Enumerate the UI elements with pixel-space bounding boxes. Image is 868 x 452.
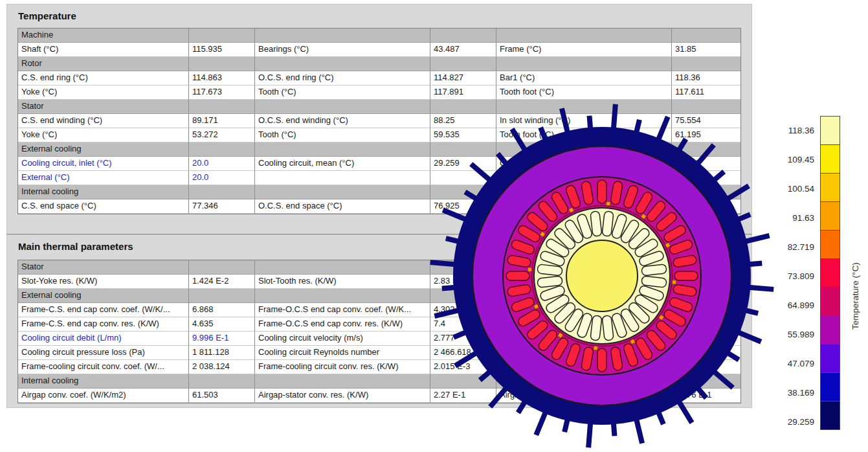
colorbar-tick-label: 29.259 (762, 416, 814, 428)
parameter-value-cell: 31.85 (672, 43, 740, 57)
parameter-label-cell: Yoke (°C) (18, 85, 189, 100)
colorbar-block (820, 401, 840, 430)
parameter-label-cell: C.S. end ring (°C) (18, 71, 189, 85)
parameter-label-cell: Frame (°C) (496, 43, 672, 57)
section-header-cell (255, 289, 430, 303)
colorbar-axis-label: Temperature (°C) (851, 227, 860, 365)
section-header-cell (189, 260, 255, 275)
parameter-value-cell: 1 811.128 (189, 346, 255, 360)
section-header-cell (255, 260, 430, 275)
section-header-cell (189, 100, 255, 114)
section-header-cell (430, 57, 496, 71)
slot-wedge-dot (594, 346, 598, 350)
section-header-cell: Internal cooling (18, 185, 189, 199)
parameter-label-cell: Shaft (°C) (18, 43, 189, 57)
parameter-label-cell: Airgap conv. coef. (W/K/m2) (18, 389, 189, 403)
parameter-label-cell: Cooling circuit, mean (°C) (255, 157, 430, 171)
parameter-label-cell: Cooling circuit, inlet (°C) (18, 157, 189, 171)
colorbar-block (820, 287, 840, 316)
parameter-value-cell: 117.891 (430, 85, 496, 100)
colorbar-tick-label: 109.45 (762, 154, 814, 166)
section-header-cell (189, 57, 255, 71)
section-header-cell: Rotor (18, 57, 189, 71)
parameter-value-cell: 9.996 E-1 (189, 332, 255, 346)
section-header-cell (430, 28, 496, 43)
section-header-cell (672, 28, 740, 43)
colorbar-block (820, 173, 840, 202)
colorbar-block (820, 315, 840, 345)
parameter-label-cell (255, 171, 430, 185)
parameter-value-cell: 1.424 E-2 (189, 275, 255, 289)
parameter-label-cell: O.C.S. end space (°C) (255, 199, 430, 214)
parameter-value-cell: 117.611 (672, 85, 740, 100)
parameter-label-cell: External (°C) (18, 171, 189, 185)
parameter-value-cell: 61.503 (189, 389, 255, 403)
parameter-label-cell: Cooling circuit velocity (m/s) (255, 332, 430, 346)
section-header-cell (255, 57, 430, 71)
colorbar-tick-label: 64.899 (762, 300, 814, 311)
parameter-label-cell: Cooling circuit debit (L/mn) (18, 332, 189, 346)
section-header-cell: External cooling (18, 142, 189, 157)
parameter-label-cell: Yoke (°C) (18, 128, 189, 142)
parameter-label-cell: O.C.S. end ring (°C) (255, 71, 430, 85)
colorbar-block (820, 344, 840, 373)
parameter-value-cell: 20.0 (189, 157, 255, 171)
section-header-cell: Internal cooling (18, 374, 189, 389)
colorbar-block (820, 144, 840, 174)
colorbar-block (820, 372, 840, 401)
colorbar-tick-label: 118.36 (762, 125, 814, 137)
parameter-value-cell: 118.36 (672, 71, 740, 85)
colorbar-tick-label: 38.169 (762, 387, 814, 399)
section-header-cell (496, 28, 672, 43)
parameter-value-cell: 117.673 (189, 85, 255, 100)
section-header-cell: Stator (18, 260, 189, 275)
temperature-panel-title: Temperature (18, 10, 76, 21)
section-header-cell (255, 374, 430, 389)
stator-slot-winding (597, 180, 606, 203)
section-header-cell (672, 57, 740, 71)
parameter-label-cell: Slot-Yoke res. (K/W) (18, 275, 189, 289)
parameter-value-cell: 114.863 (189, 71, 255, 85)
colorbar-tick-label: 55.989 (762, 329, 814, 341)
parameter-label-cell: Airgap-stator conv. res. (K/W) (255, 389, 430, 403)
temperature-colorbar (820, 117, 840, 430)
section-header-cell (189, 142, 255, 157)
parameter-label-cell: Slot-Tooth res. (K/W) (255, 275, 430, 289)
parameter-value-cell: 4.635 (189, 317, 255, 332)
colorbar-block (820, 201, 840, 231)
section-header-cell: External cooling (18, 289, 189, 303)
parameter-label-cell: Frame-cooling circuit conv. coef. (W/... (18, 360, 189, 374)
section-header-cell (255, 28, 430, 43)
parameter-label-cell: C.S. end space (°C) (18, 199, 189, 214)
colorbar-tick-label: 82.719 (762, 242, 814, 253)
section-header-cell (255, 142, 430, 157)
parameter-value-cell: 53.272 (189, 128, 255, 142)
parameter-label-cell: Frame-C.S. end cap conv. coef. (W/K/... (18, 303, 189, 317)
parameter-label-cell: Frame-C.S. end cap conv. res. (K/W) (18, 317, 189, 332)
stator-slot-winding (674, 271, 698, 280)
slot-wedge-dot (672, 280, 676, 285)
colorbar-tick-label: 73.809 (762, 271, 814, 282)
thermal-panel-title: Main thermal parameters (18, 241, 133, 252)
parameter-label-cell: Bar1 (°C) (496, 71, 672, 85)
parameter-label-cell: Tooth (°C) (255, 85, 430, 100)
section-header-cell (189, 289, 255, 303)
stator-slot-winding (506, 271, 529, 280)
stator-slot-winding (597, 348, 606, 372)
parameter-value-cell: 2 038.124 (189, 360, 255, 374)
parameter-value-cell: 6.868 (189, 303, 255, 317)
parameter-value-cell: 89.171 (189, 114, 255, 128)
section-header-cell (189, 185, 255, 199)
parameter-label-cell: Tooth (°C) (255, 128, 430, 142)
colorbar-block (820, 258, 840, 288)
parameter-label-cell: C.S. end winding (°C) (18, 114, 189, 128)
parameter-value-cell: 115.935 (189, 43, 255, 57)
section-header-cell (189, 374, 255, 389)
parameter-label-cell: Cooling circuit pressure loss (Pa) (18, 346, 189, 360)
parameter-label-cell: Tooth foot (°C) (496, 85, 672, 100)
parameter-label-cell: Frame-O.C.S end cap conv. coef. (W/K... (255, 303, 430, 317)
slot-wedge-dot (606, 201, 611, 206)
parameter-value-cell: 43.487 (430, 43, 496, 57)
shaft (566, 240, 638, 311)
colorbar-block (820, 230, 840, 259)
